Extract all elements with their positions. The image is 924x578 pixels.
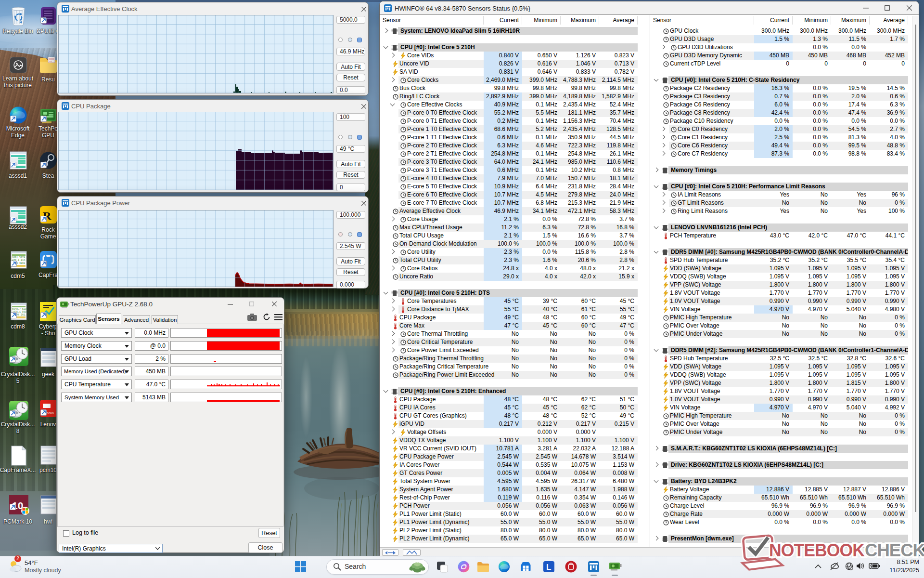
svg-text:CHECK: CHECK: [865, 540, 924, 560]
svg-text:L: L: [546, 563, 551, 572]
svg-text:NOTEBOOK: NOTEBOOK: [769, 540, 865, 560]
